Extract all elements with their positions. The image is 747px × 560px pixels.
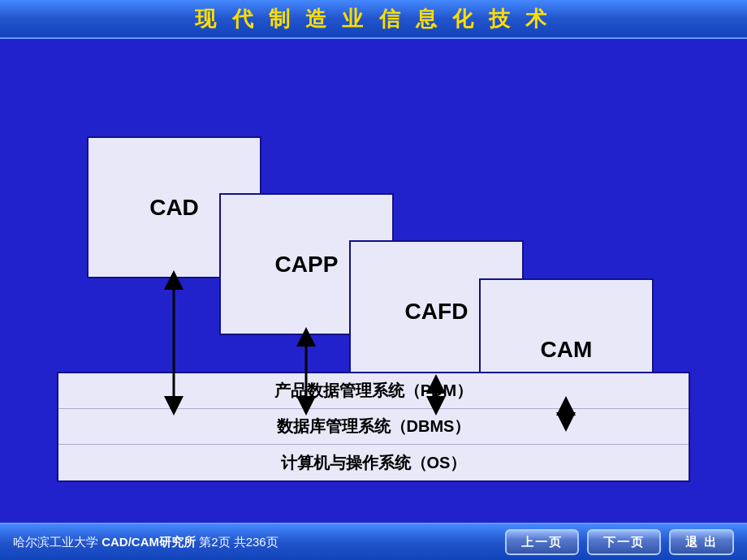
footer-university: 哈尔滨工业大学 bbox=[13, 535, 101, 549]
cad-label: CAD bbox=[149, 195, 199, 221]
dbms-label: 数据库管理系统（DBMS） bbox=[277, 416, 471, 437]
os-label: 计算机与操作系统（OS） bbox=[281, 452, 467, 474]
footer-info: 哈尔滨工业大学 CAD/CAM研究所 第2页 共236页 bbox=[13, 535, 497, 550]
table-row-os: 计算机与操作系统（OS） bbox=[58, 445, 689, 480]
capp-label: CAPP bbox=[275, 252, 339, 278]
prev-button[interactable]: 上一页 bbox=[505, 529, 579, 555]
main-content: www.zixin.com.cn CAD CAPP CAFD CAM 产品数据管… bbox=[0, 39, 747, 523]
table-row-pdm: 产品数据管理系统（PDM） bbox=[58, 373, 689, 409]
footer-dept: CAD/CAM研究所 bbox=[101, 535, 196, 549]
next-button[interactable]: 下一页 bbox=[587, 529, 661, 555]
pdm-label: 产品数据管理系统（PDM） bbox=[274, 380, 473, 402]
cafd-label: CAFD bbox=[405, 299, 468, 325]
cam-label: CAM bbox=[541, 337, 593, 363]
page-title: 现 代 制 造 业 信 息 化 技 术 bbox=[195, 5, 551, 33]
footer-page: 第2页 共236页 bbox=[196, 535, 279, 549]
header: 现 代 制 造 业 信 息 化 技 术 bbox=[0, 0, 747, 39]
bottom-table: 产品数据管理系统（PDM） 数据库管理系统（DBMS） 计算机与操作系统（OS） bbox=[57, 372, 690, 482]
footer: 哈尔滨工业大学 CAD/CAM研究所 第2页 共236页 上一页 下一页 退 出 bbox=[0, 523, 747, 560]
table-row-dbms: 数据库管理系统（DBMS） bbox=[58, 409, 689, 445]
exit-button[interactable]: 退 出 bbox=[669, 529, 734, 555]
